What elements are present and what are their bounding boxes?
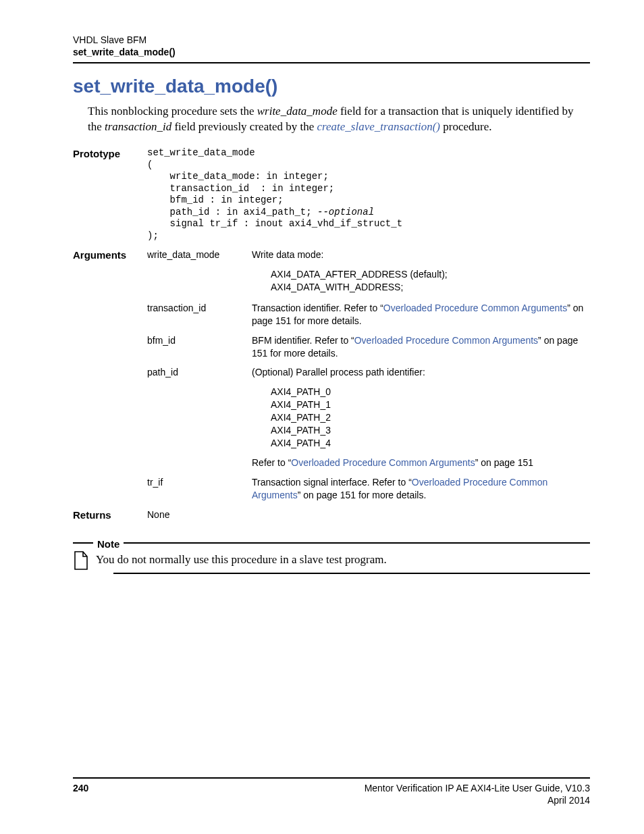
- arg-name-path-id: path_id: [147, 366, 252, 469]
- arg-name-bfm-id: bfm_id: [147, 334, 252, 360]
- arg-desc-tr-if: Transaction signal interface. Refer to “…: [252, 476, 590, 502]
- link-overloaded-args[interactable]: Overloaded Procedure Common Arguments: [354, 335, 538, 346]
- note-block: Note You do not normally use this proced…: [73, 538, 590, 574]
- prototype-label: Prototype: [73, 147, 147, 242]
- intro-em1: write_data_mode: [257, 105, 338, 118]
- note-text: You do not normally use this procedure i…: [96, 551, 387, 567]
- arg-desc-text: Refer to “: [252, 457, 291, 468]
- intro-em2: transaction_id: [105, 120, 171, 133]
- arg-desc-path-id: (Optional) Parallel process path identif…: [252, 366, 590, 469]
- running-header-line2: set_write_data_mode(): [73, 46, 590, 58]
- arguments-label: Arguments: [73, 249, 147, 295]
- page-title: set_write_data_mode(): [73, 76, 590, 97]
- arg-desc-text: (Optional) Parallel process path identif…: [252, 367, 425, 377]
- arg-desc-text: Write data mode:: [252, 249, 323, 260]
- arg-desc-text: Transaction identifier. Refer to “: [252, 303, 383, 313]
- prototype-code: set_write_data_mode ( write_data_mode: i…: [147, 147, 590, 242]
- arg-name-write-data-mode: write_data_mode: [147, 249, 252, 295]
- intro-link-create-slave-transaction[interactable]: create_slave_transaction(): [317, 120, 440, 133]
- arg-desc-tail: Refer to “Overloaded Procedure Common Ar…: [252, 457, 590, 469]
- arg-desc-transaction-id: Transaction identifier. Refer to “Overlo…: [252, 302, 590, 328]
- arg-desc-sub: AXI4_DATA_AFTER_ADDRESS (default); AXI4_…: [252, 268, 590, 294]
- footer-title: Mentor Verification IP AE AXI4-Lite User…: [365, 783, 590, 793]
- page-number: 240: [73, 783, 88, 793]
- arg-desc-text: Transaction signal interface. Refer to “: [252, 477, 412, 488]
- arg-desc-write-data-mode: Write data mode: AXI4_DATA_AFTER_ADDRESS…: [252, 249, 590, 295]
- arg-desc-sub: AXI4_PATH_0 AXI4_PATH_1 AXI4_PATH_2 AXI4…: [252, 386, 590, 449]
- running-header-line1: VHDL Slave BFM: [73, 34, 590, 46]
- intro-paragraph: This nonblocking procedure sets the writ…: [73, 104, 590, 135]
- footer-rule: [73, 777, 590, 779]
- running-header: VHDL Slave BFM set_write_data_mode(): [73, 34, 590, 58]
- footer-date: April 2014: [73, 795, 590, 806]
- intro-text: procedure.: [440, 120, 491, 133]
- returns-value: None: [147, 509, 252, 522]
- arg-desc-bfm-id: BFM identifier. Refer to “Overloaded Pro…: [252, 334, 590, 360]
- link-overloaded-args[interactable]: Overloaded Procedure Common Arguments: [291, 457, 475, 468]
- note-icon: [73, 551, 89, 570]
- intro-text: This nonblocking procedure sets the: [88, 105, 257, 118]
- note-rule: [113, 573, 590, 574]
- definition-list: Prototype set_write_data_mode ( write_da…: [73, 147, 590, 522]
- note-rule: [124, 542, 590, 544]
- prototype-code-wrap: set_write_data_mode ( write_data_mode: i…: [147, 147, 590, 242]
- arg-desc-text: BFM identifier. Refer to “: [252, 335, 354, 346]
- arg-name-tr-if: tr_if: [147, 476, 252, 502]
- arg-desc-text: ” on page 151: [475, 457, 533, 468]
- arg-name-transaction-id: transaction_id: [147, 302, 252, 328]
- intro-text: field previously created by the: [171, 120, 317, 133]
- header-rule: [73, 62, 590, 63]
- arg-desc-text: ” on page 151 for more details.: [298, 490, 427, 500]
- link-overloaded-args[interactable]: Overloaded Procedure Common Arguments: [383, 303, 567, 313]
- returns-label: Returns: [73, 509, 147, 522]
- note-rule: [73, 542, 93, 544]
- note-label: Note: [97, 538, 119, 550]
- page-footer: 240 Mentor Verification IP AE AXI4-Lite …: [73, 777, 590, 806]
